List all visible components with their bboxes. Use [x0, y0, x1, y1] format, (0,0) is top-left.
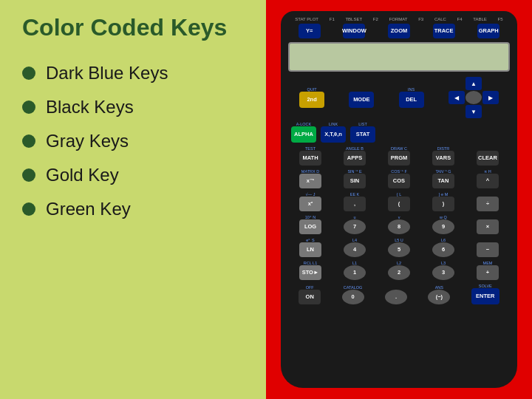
item-label-4: Gold Key [46, 165, 119, 185]
8-key[interactable]: 8 [388, 219, 410, 234]
dot-key[interactable]: . [385, 290, 407, 304]
enter-key[interactable]: ENTER [471, 288, 499, 304]
rparen-key[interactable]: ) [432, 197, 454, 211]
apps-key[interactable]: APPS [344, 151, 366, 166]
nav-center-key[interactable] [466, 91, 482, 104]
sin-key[interactable]: SIN [344, 174, 366, 188]
clear-key[interactable]: CLEAR [477, 151, 499, 166]
caret-key[interactable]: ^ [477, 174, 499, 188]
item-label-1: Dark Blue Keys [46, 63, 168, 83]
prgm-key[interactable]: PRGM [388, 151, 410, 166]
nav-down-key[interactable]: ▼ [466, 105, 482, 118]
mode-key[interactable]: MODE [349, 92, 374, 108]
f5-label: F5 [498, 17, 503, 21]
list-item: Green Key [22, 199, 244, 219]
format-label: FORMAT [389, 17, 408, 21]
list-item: Gray Keys [22, 131, 244, 151]
minus-key[interactable]: − [477, 242, 499, 257]
neg-key[interactable]: (−) [428, 290, 450, 304]
log-key[interactable]: LOG [299, 219, 321, 234]
table-label: TABLE [473, 17, 487, 21]
on-key[interactable]: ON [299, 290, 321, 304]
3-key[interactable]: 3 [432, 265, 454, 280]
6-key[interactable]: 6 [432, 242, 454, 257]
top-labels: STAT PLOT F1 TBLSET F2 FORMAT F3 CALC F4… [288, 17, 510, 21]
nav-left-key[interactable]: ◀ [449, 91, 465, 104]
xsq-key[interactable]: x² [299, 197, 321, 211]
tan-key[interactable]: TAN [432, 174, 454, 188]
y-equals-key[interactable]: Y= [299, 24, 321, 38]
calculator: STAT PLOT F1 TBLSET F2 FORMAT F3 CALC F4… [281, 11, 517, 388]
item-label-3: Gray Keys [46, 131, 129, 151]
right-panel: STAT PLOT F1 TBLSET F2 FORMAT F3 CALC F4… [266, 0, 532, 399]
list-item: Gold Key [22, 165, 244, 185]
list-item: Black Keys [22, 97, 244, 117]
5-key[interactable]: 5 [388, 242, 410, 257]
bullet-5 [22, 202, 35, 216]
mult-key[interactable]: × [477, 219, 499, 234]
2nd-key[interactable]: 2nd [299, 92, 324, 108]
div-key[interactable]: ÷ [477, 197, 499, 211]
trace-key[interactable]: TRACE [433, 24, 455, 38]
bullet-1 [22, 66, 35, 80]
graph-key[interactable]: GRAPH [477, 24, 499, 38]
zoom-key[interactable]: ZOOM [388, 24, 410, 38]
key-list: Dark Blue Keys Black Keys Gray Keys Gold… [22, 63, 244, 219]
nav-up-key[interactable]: ▲ [466, 77, 482, 90]
list-item: Dark Blue Keys [22, 63, 244, 83]
1-key[interactable]: 1 [344, 265, 366, 280]
f4-label: F4 [457, 17, 463, 21]
alpha-key[interactable]: ALPHA [291, 126, 316, 143]
bullet-3 [22, 134, 35, 148]
bullet-4 [22, 168, 35, 182]
comma-key[interactable]: , [344, 197, 366, 211]
nav-cluster: ▲ ◀ ▶ ▼ [449, 77, 499, 118]
left-panel: Color Coded Keys Dark Blue Keys Black Ke… [0, 0, 266, 399]
stat-key[interactable]: STAT [350, 126, 375, 143]
f3-label: F3 [418, 17, 423, 21]
ln-key[interactable]: LN [299, 242, 321, 257]
7-key[interactable]: 7 [344, 219, 366, 234]
f2-label: F2 [373, 17, 378, 21]
xinv-key[interactable]: x⁻¹ [299, 174, 321, 188]
sto-key[interactable]: STO► [299, 265, 321, 280]
item-label-2: Black Keys [46, 97, 134, 117]
bullet-2 [22, 100, 35, 114]
cos-key[interactable]: COS [388, 174, 410, 188]
9-key[interactable]: 9 [432, 219, 454, 234]
calc-label: CALC [434, 17, 446, 21]
vars-key[interactable]: VARS [432, 151, 454, 166]
stat-plot-label: STAT PLOT [295, 17, 318, 21]
tblset-label: TBLSET [345, 17, 362, 21]
nav-right-key[interactable]: ▶ [482, 91, 499, 104]
window-key[interactable]: WINDOW [343, 24, 365, 38]
2-key[interactable]: 2 [388, 265, 410, 280]
del-key[interactable]: DEL [399, 92, 424, 108]
item-label-5: Green Key [46, 199, 131, 219]
f1-label: F1 [330, 17, 335, 21]
plus-key[interactable]: + [477, 265, 499, 280]
math-key[interactable]: MATH [299, 151, 321, 166]
page-title: Color Coded Keys [22, 15, 244, 41]
4-key[interactable]: 4 [344, 242, 366, 257]
screen-buttons-row: Y= WINDOW ZOOM TRACE GRAPH [288, 24, 510, 38]
0-key[interactable]: 0 [342, 290, 364, 304]
calculator-display [288, 42, 510, 72]
xt-key[interactable]: X,T,θ,n [321, 126, 346, 143]
lparen-key[interactable]: ( [388, 197, 410, 211]
